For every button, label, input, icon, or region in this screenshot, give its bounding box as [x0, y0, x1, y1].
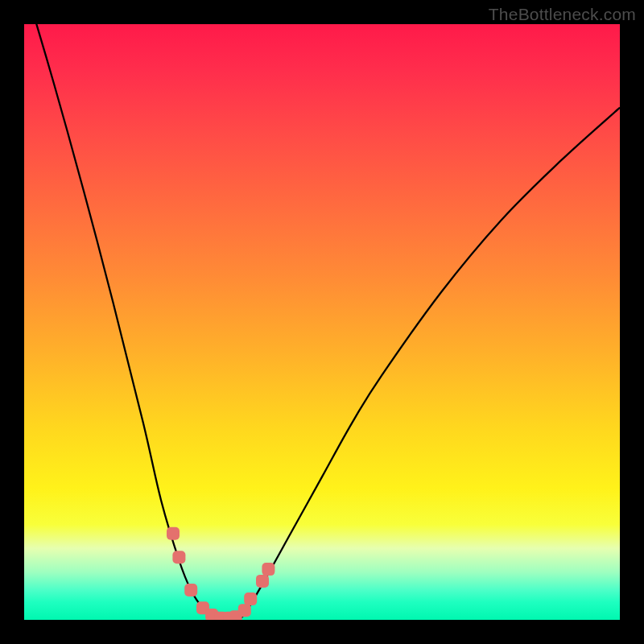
data-marker [262, 563, 275, 576]
data-marker [244, 592, 257, 605]
data-marker [167, 527, 180, 540]
chart-svg [24, 24, 620, 620]
data-marker [172, 551, 185, 564]
watermark-text: TheBottleneck.com [489, 5, 636, 24]
data-marker [238, 604, 251, 617]
data-marker [256, 575, 269, 588]
plot-area [24, 24, 620, 620]
data-marker [184, 584, 197, 597]
bottleneck-curve [24, 24, 620, 618]
chart-frame: TheBottleneck.com [0, 0, 644, 644]
